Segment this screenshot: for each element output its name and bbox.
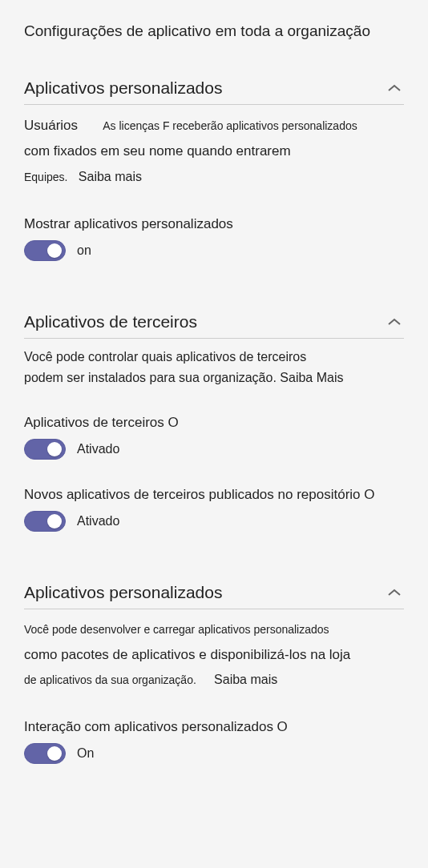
toggle-group-show-custom: Mostrar aplicativos personalizados on <box>24 216 404 261</box>
desc-text: podem ser instalados para sua organizaçã… <box>24 371 343 384</box>
desc-text: As licenças F receberão aplicativos pers… <box>103 119 357 132</box>
desc-text: como pacotes de aplicativos e disponibil… <box>24 647 350 662</box>
toggle-state: Ativado <box>77 514 119 528</box>
toggle-label: Interação com aplicativos personalizados… <box>24 719 404 735</box>
toggle-state: Ativado <box>77 442 119 456</box>
toggle-label: Aplicativos de terceiros O <box>24 415 404 431</box>
toggle-label: Novos aplicativos de terceiros publicado… <box>24 487 404 503</box>
toggle-knob <box>47 243 62 258</box>
section-custom-apps-2: Aplicativos personalizados Você pode des… <box>24 583 404 764</box>
toggle-state: On <box>77 746 94 761</box>
section-desc-1: Usuários As licenças F receberão aplicat… <box>24 113 404 189</box>
toggle-custom-interaction[interactable] <box>24 743 66 764</box>
chevron-up-icon[interactable] <box>385 312 404 332</box>
toggle-state: on <box>77 243 91 258</box>
section-custom-apps-1: Aplicativos personalizados Usuários As l… <box>24 78 404 261</box>
toggle-label: Mostrar aplicativos personalizados <box>24 216 404 232</box>
learn-more-link[interactable]: Saiba mais <box>79 170 142 183</box>
section-header-2[interactable]: Aplicativos de terceiros <box>24 312 404 339</box>
section-desc-3: Você pode desenvolver e carregar aplicat… <box>24 617 404 692</box>
desc-text: Usuários <box>24 118 78 133</box>
section-header-3[interactable]: Aplicativos personalizados <box>24 583 404 609</box>
toggle-group-custom-interaction: Interação com aplicativos personalizados… <box>24 719 404 764</box>
section-title-3: Aplicativos personalizados <box>24 583 222 602</box>
section-title-1: Aplicativos personalizados <box>24 78 222 98</box>
toggle-knob <box>47 442 62 456</box>
section-title-2: Aplicativos de terceiros <box>24 312 197 332</box>
section-third-party-apps: Aplicativos de terceiros Você pode contr… <box>24 312 404 532</box>
toggle-show-custom-apps[interactable] <box>24 240 66 261</box>
toggle-group-new-third-party: Novos aplicativos de terceiros publicado… <box>24 487 404 532</box>
desc-text: Equipes. <box>24 171 67 183</box>
chevron-up-icon[interactable] <box>385 78 404 98</box>
desc-text: Você pode controlar quais aplicativos de… <box>24 350 306 364</box>
page-title: Configurações de aplicativo em toda a or… <box>24 22 404 40</box>
learn-more-link[interactable]: Saiba mais <box>214 673 277 686</box>
toggle-new-third-party-apps[interactable] <box>24 511 66 532</box>
section-header-1[interactable]: Aplicativos personalizados <box>24 78 404 105</box>
toggle-group-third-party: Aplicativos de terceiros O Ativado <box>24 415 404 460</box>
section-desc-2: Você pode controlar quais aplicativos de… <box>24 347 404 388</box>
desc-text: com fixados em seu nome quando entrarem <box>24 143 291 159</box>
desc-text: Você pode desenvolver e carregar aplicat… <box>24 623 329 636</box>
toggle-knob <box>47 514 62 528</box>
desc-text: de aplicativos da sua organização. <box>24 673 196 686</box>
chevron-up-icon[interactable] <box>385 583 404 602</box>
toggle-third-party-apps[interactable] <box>24 439 66 460</box>
toggle-knob <box>47 746 62 761</box>
